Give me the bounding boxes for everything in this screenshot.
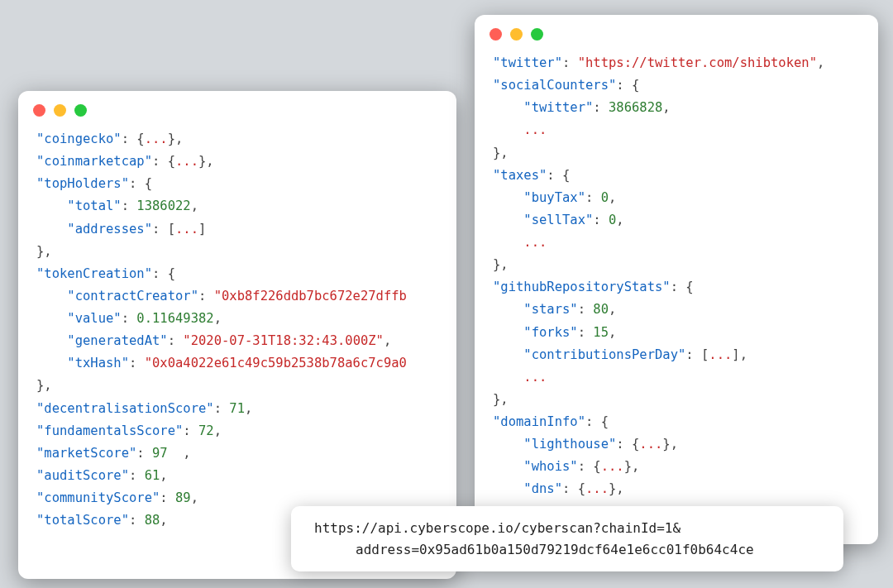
json-key: "generatedAt" bbox=[67, 333, 167, 348]
json-key: "stars" bbox=[523, 302, 577, 317]
json-key: "auditScore" bbox=[36, 468, 129, 483]
json-key: "dns" bbox=[523, 481, 562, 496]
json-key: "contributionsPerDay" bbox=[523, 347, 685, 362]
api-url-display: https://api.cyberscope.io/cyberscan?chai… bbox=[291, 506, 843, 571]
code-block-left: "coingecko": {...}, "coinmarketcap": {..… bbox=[18, 120, 456, 547]
json-key: "coingecko" bbox=[36, 131, 122, 146]
json-number: 15 bbox=[593, 325, 609, 340]
json-key: "forks" bbox=[523, 325, 577, 340]
json-key: "lighthouse" bbox=[523, 437, 616, 452]
json-key: "fundamentalsScore" bbox=[36, 423, 183, 438]
json-key: "value" bbox=[67, 311, 121, 326]
json-number: 61 bbox=[145, 468, 160, 483]
api-url-line2: address=0x95ad61b0a150d79219dcf64e1e6cc0… bbox=[314, 539, 820, 561]
json-key: "githubRepositoryStats" bbox=[493, 280, 671, 294]
json-key: "total" bbox=[67, 198, 121, 213]
json-number: 3866828 bbox=[609, 100, 662, 115]
json-key: "decentralisationScore" bbox=[36, 401, 214, 416]
json-number: 72 bbox=[198, 423, 214, 438]
json-number: 0.11649382 bbox=[136, 311, 213, 326]
json-key: "contractCreator" bbox=[67, 289, 198, 304]
api-url-line1: https://api.cyberscope.io/cyberscan?chai… bbox=[314, 518, 820, 539]
json-number: 0 bbox=[601, 190, 609, 205]
json-number: 89 bbox=[175, 490, 191, 505]
json-key: "taxes" bbox=[493, 168, 547, 183]
json-number: 80 bbox=[593, 302, 609, 317]
json-key: "twitter" bbox=[523, 100, 593, 115]
json-number: 0 bbox=[609, 213, 616, 227]
json-key: "coinmarketcap" bbox=[36, 154, 152, 169]
json-key: "tokenCreation" bbox=[36, 266, 152, 281]
json-key: "buyTax" bbox=[523, 190, 585, 205]
code-window-right: "twitter": "https://twitter.com/shibtoke… bbox=[475, 15, 878, 544]
json-string: "2020-07-31T18:32:43.000Z" bbox=[183, 333, 384, 348]
json-number: 1386022 bbox=[136, 198, 190, 213]
json-key: "totalScore" bbox=[36, 513, 129, 528]
json-key: "domainInfo" bbox=[493, 414, 585, 429]
minimize-icon[interactable] bbox=[54, 104, 66, 117]
json-key: "socialCounters" bbox=[493, 78, 616, 93]
json-number: 71 bbox=[229, 401, 245, 416]
window-titlebar bbox=[475, 15, 878, 44]
json-key: "sellTax" bbox=[523, 213, 593, 227]
code-block-right: "twitter": "https://twitter.com/shibtoke… bbox=[475, 44, 878, 538]
json-key: "whois" bbox=[523, 459, 577, 474]
json-number: 88 bbox=[145, 513, 160, 528]
close-icon[interactable] bbox=[489, 28, 502, 41]
window-titlebar bbox=[18, 91, 456, 120]
json-key: "addresses" bbox=[67, 222, 152, 237]
json-key: "communityScore" bbox=[36, 490, 160, 505]
json-string: "0x0a4022e61c49c59b2538b78a6c7c9a0 bbox=[145, 356, 407, 370]
json-key: "topHolders" bbox=[36, 176, 129, 191]
json-key: "twitter" bbox=[493, 55, 562, 70]
minimize-icon[interactable] bbox=[510, 28, 523, 41]
close-icon[interactable] bbox=[33, 104, 45, 117]
json-string: "https://twitter.com/shibtoken" bbox=[578, 55, 817, 70]
json-key: "marketScore" bbox=[36, 446, 136, 461]
json-key: "txHash" bbox=[67, 356, 129, 370]
maximize-icon[interactable] bbox=[74, 104, 87, 117]
maximize-icon[interactable] bbox=[531, 28, 543, 41]
json-string: "0xb8f226ddb7bc672e27dffb bbox=[214, 289, 407, 304]
json-number: 97 bbox=[152, 446, 168, 461]
